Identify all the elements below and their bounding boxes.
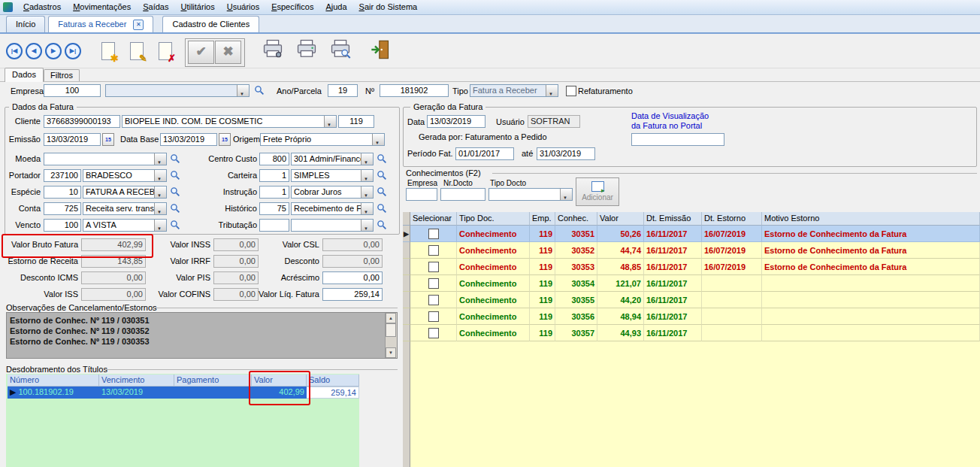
periodo-inicio-field[interactable]: 01/01/2017 <box>455 147 514 160</box>
nav-last-button[interactable]: ▶| <box>65 43 81 59</box>
centro-custo-search-icon[interactable] <box>377 153 389 165</box>
nav-prior-button[interactable]: ◀ <box>26 43 42 59</box>
cliente-cnpj-field[interactable]: 37668399000193 <box>44 115 120 128</box>
print-config-button[interactable] <box>260 39 286 65</box>
menu-saidas[interactable]: Saídas <box>137 0 174 14</box>
nav-next-button[interactable]: ▶ <box>45 43 62 59</box>
empresa-search-icon[interactable] <box>254 85 266 97</box>
menu-cadastros[interactable]: Cadastros <box>17 0 67 14</box>
historico-search-icon[interactable] <box>377 203 389 215</box>
geracao-data-field[interactable]: 13/03/2019 <box>427 115 485 128</box>
observacoes-box[interactable]: Estorno de Conhec. Nº 119 / 030351 Estor… <box>6 312 398 359</box>
portal-data-field[interactable] <box>631 133 724 146</box>
empresa-code-field[interactable]: 100 <box>44 84 101 97</box>
portador-codigo-field[interactable]: 237100 <box>44 169 81 182</box>
tipo-combo[interactable]: Fatura a Receber <box>470 84 558 97</box>
instrucao-codigo-field[interactable]: 1 <box>259 186 289 199</box>
conhecimento-row[interactable]: Conhecimento 119 30357 44,93 16/11/2017 <box>403 325 980 341</box>
scroll-up-icon[interactable]: ▲ <box>386 313 396 323</box>
print-button[interactable] <box>294 39 319 65</box>
column-header-valor[interactable]: Valor <box>597 212 644 226</box>
cancel-button[interactable]: ✖ <box>215 41 241 64</box>
selecionar-checkbox[interactable] <box>428 311 439 322</box>
scroll-down-icon[interactable]: ▼ <box>386 347 396 358</box>
carteira-combo[interactable]: SIMPLES <box>291 169 374 182</box>
calendar-icon[interactable]: 15 <box>219 133 231 146</box>
origem-combo[interactable]: Frete Próprio <box>260 133 385 146</box>
column-header-tipo-doc[interactable]: Tipo Doc. <box>457 212 530 226</box>
conhecimento-row[interactable]: Conhecimento 119 30354 121,07 16/11/2017 <box>403 275 980 292</box>
moeda-combo[interactable] <box>44 153 167 165</box>
conhecimento-row[interactable]: ▶ Conhecimento 119 30351 50,26 16/11/201… <box>403 226 980 242</box>
selecionar-checkbox[interactable] <box>428 278 439 289</box>
data-base-field[interactable]: 13/03/2019 <box>160 133 217 146</box>
periodo-fim-field[interactable]: 31/03/2019 <box>537 147 595 160</box>
selecionar-checkbox[interactable] <box>428 328 439 338</box>
edit-record-button[interactable]: ✎ <box>125 40 149 64</box>
menu-movimentacoes[interactable]: Movimentações <box>67 0 137 14</box>
conhecimento-row[interactable]: Conhecimento 119 30356 48,94 16/11/2017 <box>403 308 980 325</box>
menu-usuarios[interactable]: Usuários <box>221 0 265 14</box>
conta-combo[interactable]: Receita serv. transpor <box>83 202 167 215</box>
carteira-search-icon[interactable] <box>377 170 389 182</box>
nav-first-button[interactable]: |◀ <box>6 43 23 59</box>
instrucao-search-icon[interactable] <box>377 186 389 199</box>
conta-codigo-field[interactable]: 725 <box>44 202 81 215</box>
adicionar-button[interactable]: Adicionar <box>576 177 619 206</box>
carteira-codigo-field[interactable]: 1 <box>259 169 289 182</box>
nr-docto-field[interactable] <box>440 188 485 201</box>
conhecimento-row[interactable]: Conhecimento 119 30355 44,20 16/11/2017 <box>403 292 980 308</box>
vencto-combo[interactable]: A VISTA <box>83 219 167 232</box>
historico-codigo-field[interactable]: 75 <box>259 202 289 215</box>
vencto-codigo-field[interactable]: 100 <box>44 219 81 232</box>
column-header-numero[interactable]: Número <box>8 375 99 387</box>
confirm-button[interactable]: ✔ <box>188 41 214 64</box>
column-header-vencimento[interactable]: Vencimento <box>99 375 174 387</box>
especie-codigo-field[interactable]: 10 <box>44 186 81 199</box>
menu-especificos[interactable]: Específicos <box>265 0 319 14</box>
column-header-dt-emissao[interactable]: Dt. Emissão <box>644 212 702 226</box>
tab-inicio[interactable]: Início <box>6 16 45 32</box>
column-header-pagamento[interactable]: Pagamento <box>174 375 252 387</box>
tributacao-search-icon[interactable] <box>377 220 389 232</box>
numero-field[interactable]: 181902 <box>380 84 449 97</box>
cliente-combo[interactable]: BIOPELE IND. COM. DE COSMETIC <box>122 115 337 128</box>
desdobramento-row[interactable]: ▶100.181902.19 13/03/2019 402,99 259,14 <box>8 387 359 399</box>
insert-record-button[interactable]: ✱ <box>96 40 120 64</box>
empresa-combo[interactable] <box>105 84 250 97</box>
menu-sair-do-sistema[interactable]: Sair do Sistema <box>353 0 424 14</box>
tab-cadastro-de-clientes[interactable]: Cadastro de Clientes <box>162 16 259 32</box>
selecionar-checkbox[interactable] <box>428 245 439 256</box>
portador-combo[interactable]: BRADESCO <box>83 169 167 182</box>
acrescimo-field[interactable]: 0,00 <box>322 271 383 284</box>
selecionar-checkbox[interactable] <box>428 295 439 305</box>
selecionar-checkbox[interactable] <box>428 262 439 272</box>
ano-parcela-field[interactable]: 19 <box>328 84 358 97</box>
calendar-icon[interactable]: 15 <box>102 133 114 146</box>
conhecimento-row[interactable]: Conhecimento 119 30353 48,85 16/11/2017 … <box>403 259 980 275</box>
column-header-motivo-estorno[interactable]: Motivo Estorno <box>762 212 980 226</box>
delete-record-button[interactable]: ✗ <box>153 40 177 64</box>
column-header-valor[interactable]: Valor <box>252 375 307 387</box>
tributacao-codigo-field[interactable] <box>259 219 289 232</box>
observacoes-scrollbar[interactable]: ▲ ▼ <box>385 313 397 358</box>
refaturamento-checkbox[interactable] <box>566 86 576 96</box>
print-preview-button[interactable] <box>328 39 353 65</box>
menu-ajuda[interactable]: Ajuda <box>319 0 352 14</box>
conhecimento-row[interactable]: Conhecimento 119 30352 44,74 16/11/2017 … <box>403 242 980 259</box>
column-header-conhec[interactable]: Conhec. <box>555 212 597 226</box>
instrucao-combo[interactable]: Cobrar Juros <box>291 186 374 199</box>
exit-button[interactable] <box>368 39 393 65</box>
centro-custo-codigo-field[interactable]: 800 <box>259 153 289 165</box>
centro-custo-combo[interactable]: 301 Admin/Financeir <box>291 153 374 165</box>
tab-dados[interactable]: Dados <box>5 68 44 82</box>
tributacao-combo[interactable] <box>291 219 374 232</box>
tab-close-icon[interactable]: ✕ <box>133 20 144 30</box>
especie-combo[interactable]: FATURA A RECEBER <box>83 186 167 199</box>
tab-faturas-a-receber[interactable]: Faturas a Receber ✕ <box>48 16 153 32</box>
cliente-codigo-field[interactable]: 119 <box>338 115 374 128</box>
valor-liq-field[interactable]: 259,14 <box>322 288 383 301</box>
column-header-saldo[interactable]: Saldo <box>307 375 359 387</box>
tab-filtros[interactable]: Filtros <box>44 69 80 82</box>
tipo-docto-combo[interactable] <box>488 188 573 201</box>
